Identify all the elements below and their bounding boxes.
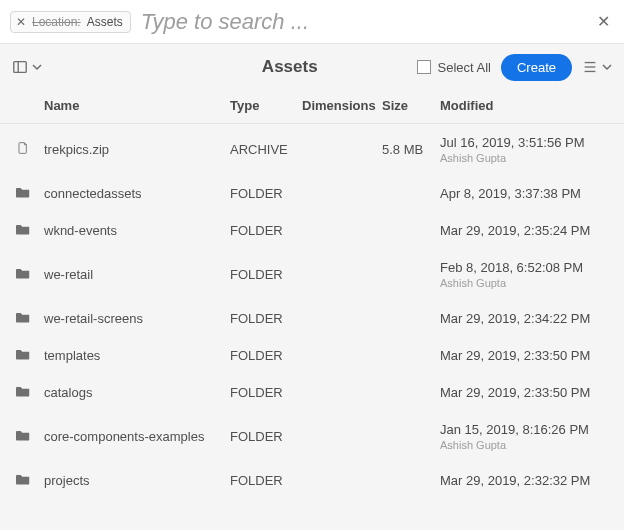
asset-type: FOLDER bbox=[230, 186, 302, 201]
asset-modified: Mar 29, 2019, 2:33:50 PM bbox=[440, 348, 612, 363]
asset-list: trekpics.zipARCHIVE5.8 MBJul 16, 2019, 3… bbox=[0, 124, 624, 499]
remove-tag-icon[interactable]: ✕ bbox=[16, 16, 26, 28]
header-name[interactable]: Name bbox=[44, 98, 230, 113]
asset-name: wknd-events bbox=[44, 223, 230, 238]
page-title: Assets bbox=[172, 57, 407, 77]
asset-type: ARCHIVE bbox=[230, 142, 302, 157]
header-modified[interactable]: Modified bbox=[440, 98, 612, 113]
chevron-down-icon bbox=[32, 62, 42, 72]
asset-row[interactable]: wknd-eventsFOLDERMar 29, 2019, 2:35:24 P… bbox=[0, 212, 624, 249]
folder-icon bbox=[16, 186, 44, 201]
folder-icon bbox=[16, 223, 44, 238]
asset-modified: Mar 29, 2019, 2:32:32 PM bbox=[440, 473, 612, 488]
asset-modified: Jul 16, 2019, 3:51:56 PMAshish Gupta bbox=[440, 135, 612, 164]
asset-row[interactable]: core-components-examplesFOLDERJan 15, 20… bbox=[0, 411, 624, 462]
tag-value: Assets bbox=[87, 15, 123, 29]
asset-name: projects bbox=[44, 473, 230, 488]
select-all-label: Select All bbox=[437, 60, 490, 75]
svg-rect-0 bbox=[14, 62, 26, 73]
tag-label: Location: bbox=[32, 15, 81, 29]
folder-icon bbox=[16, 429, 44, 444]
search-bar: ✕ Location: Assets ✕ bbox=[0, 0, 624, 44]
file-icon bbox=[16, 142, 44, 157]
list-view-icon bbox=[582, 59, 598, 75]
asset-name: we-retail bbox=[44, 267, 230, 282]
asset-modified: Mar 29, 2019, 2:33:50 PM bbox=[440, 385, 612, 400]
search-input-wrapper bbox=[141, 9, 593, 35]
asset-name: connectedassets bbox=[44, 186, 230, 201]
asset-row[interactable]: catalogsFOLDERMar 29, 2019, 2:33:50 PM bbox=[0, 374, 624, 411]
asset-modified: Apr 8, 2019, 3:37:38 PM bbox=[440, 186, 612, 201]
asset-modified: Jan 15, 2019, 8:16:26 PMAshish Gupta bbox=[440, 422, 612, 451]
asset-modified: Mar 29, 2019, 2:34:22 PM bbox=[440, 311, 612, 326]
view-switcher[interactable] bbox=[582, 59, 612, 75]
asset-row[interactable]: connectedassetsFOLDERApr 8, 2019, 3:37:3… bbox=[0, 175, 624, 212]
header-dimensions[interactable]: Dimensions bbox=[302, 98, 382, 113]
column-headers: Name Type Dimensions Size Modified bbox=[0, 90, 624, 124]
asset-name: catalogs bbox=[44, 385, 230, 400]
rail-toggle[interactable] bbox=[12, 59, 42, 75]
asset-row[interactable]: we-retailFOLDERFeb 8, 2018, 6:52:08 PMAs… bbox=[0, 249, 624, 300]
asset-name: templates bbox=[44, 348, 230, 363]
asset-type: FOLDER bbox=[230, 348, 302, 363]
toolbar: Assets Select All Create bbox=[0, 44, 624, 90]
asset-type: FOLDER bbox=[230, 473, 302, 488]
asset-name: we-retail-screens bbox=[44, 311, 230, 326]
asset-name: trekpics.zip bbox=[44, 142, 230, 157]
asset-type: FOLDER bbox=[230, 223, 302, 238]
select-all-checkbox-icon bbox=[417, 60, 431, 74]
close-search-icon[interactable]: ✕ bbox=[593, 8, 614, 35]
asset-row[interactable]: templatesFOLDERMar 29, 2019, 2:33:50 PM bbox=[0, 337, 624, 374]
asset-size: 5.8 MB bbox=[382, 142, 440, 157]
folder-icon bbox=[16, 311, 44, 326]
rail-left-icon bbox=[12, 59, 28, 75]
chevron-down-icon bbox=[602, 62, 612, 72]
asset-row[interactable]: trekpics.zipARCHIVE5.8 MBJul 16, 2019, 3… bbox=[0, 124, 624, 175]
folder-icon bbox=[16, 267, 44, 282]
asset-name: core-components-examples bbox=[44, 429, 230, 444]
asset-modified: Mar 29, 2019, 2:35:24 PM bbox=[440, 223, 612, 238]
search-input[interactable] bbox=[141, 9, 593, 35]
select-all[interactable]: Select All bbox=[417, 60, 490, 75]
asset-modified: Feb 8, 2018, 6:52:08 PMAshish Gupta bbox=[440, 260, 612, 289]
folder-icon bbox=[16, 385, 44, 400]
asset-row[interactable]: projectsFOLDERMar 29, 2019, 2:32:32 PM bbox=[0, 462, 624, 499]
asset-type: FOLDER bbox=[230, 429, 302, 444]
folder-icon bbox=[16, 348, 44, 363]
location-filter-tag[interactable]: ✕ Location: Assets bbox=[10, 11, 131, 33]
header-size[interactable]: Size bbox=[382, 98, 440, 113]
asset-type: FOLDER bbox=[230, 267, 302, 282]
create-button[interactable]: Create bbox=[501, 54, 572, 81]
asset-type: FOLDER bbox=[230, 385, 302, 400]
header-type[interactable]: Type bbox=[230, 98, 302, 113]
asset-row[interactable]: we-retail-screensFOLDERMar 29, 2019, 2:3… bbox=[0, 300, 624, 337]
asset-type: FOLDER bbox=[230, 311, 302, 326]
folder-icon bbox=[16, 473, 44, 488]
